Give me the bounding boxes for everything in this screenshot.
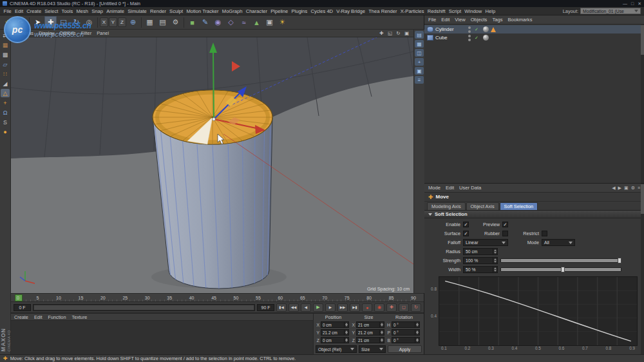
material-menu-create[interactable]: Create	[14, 314, 28, 320]
width-slider[interactable]	[500, 267, 621, 272]
tab-object-axis[interactable]: Object Axis	[466, 202, 499, 210]
zoom-view-icon[interactable]: ◱	[386, 30, 393, 36]
enabled-check-icon[interactable]: ✓	[475, 35, 478, 41]
record-scale-button[interactable]: ◻	[399, 303, 409, 312]
minimize-button[interactable]: —	[623, 1, 627, 6]
stepper-icon[interactable]	[379, 322, 384, 327]
lock-icon[interactable]: ▣	[624, 186, 629, 191]
coordinate-mode-dropdown[interactable]: Object (Rel)	[316, 345, 357, 353]
prev-key-button[interactable]: ◀◀	[289, 303, 299, 312]
object-name[interactable]: Cylinder	[435, 26, 464, 32]
stepper-icon[interactable]	[493, 258, 497, 263]
menu-item-tools[interactable]: Tools	[60, 8, 75, 14]
render-picture-viewer-icon[interactable]: ▤	[156, 16, 169, 28]
restrict-checkbox[interactable]	[542, 231, 547, 236]
menu-item-plugins[interactable]: Plugins	[290, 8, 309, 14]
menu-item-vray-bridge[interactable]: V-Ray Bridge	[335, 8, 367, 14]
menu-item-animate[interactable]: Animate	[105, 8, 126, 14]
record-position-button[interactable]: ✚	[386, 303, 397, 312]
play-button[interactable]: ▶	[313, 303, 323, 312]
structure-panel-icon[interactable]: ▣	[415, 67, 424, 75]
radius-field[interactable]: 50 cm	[463, 248, 498, 255]
stepper-icon[interactable]	[344, 330, 348, 335]
size-mode-dropdown[interactable]: Size	[359, 345, 386, 353]
material-menu-edit[interactable]: Edit	[34, 314, 43, 320]
position-x-field[interactable]: 0 cm	[321, 321, 349, 328]
polygon-selection-tag-icon[interactable]	[491, 27, 496, 32]
menu-icon[interactable]: ≡	[638, 186, 640, 190]
record-keyframe-button[interactable]: ●	[362, 303, 372, 312]
add-generator-icon[interactable]: ◇	[225, 16, 237, 28]
next-frame-button[interactable]: ▶	[325, 303, 336, 312]
autokey-button[interactable]: ◉	[374, 303, 384, 312]
add-primitive-icon[interactable]: ■	[186, 16, 198, 28]
snap-icon[interactable]: Ω	[1, 108, 10, 117]
slider-handle[interactable]	[561, 267, 565, 272]
tab-modeling-axis[interactable]: Modeling Axis	[427, 202, 466, 210]
strength-slider[interactable]	[500, 258, 621, 263]
om-menu-tags[interactable]: Tags	[492, 17, 502, 23]
texture-mode-icon[interactable]: ▩	[1, 50, 10, 59]
record-rotation-button[interactable]: ↻	[411, 303, 421, 312]
object-name[interactable]: Cube	[435, 35, 464, 41]
content-browser-icon[interactable]: ▤	[415, 31, 424, 39]
om-menu-view[interactable]: View	[455, 17, 465, 23]
viewport-solo-icon[interactable]: S	[1, 118, 10, 126]
add-camera-icon[interactable]: ▣	[263, 16, 276, 28]
material-menu-texture[interactable]: Texture	[71, 314, 87, 320]
viewport-canvas[interactable]: Grid Spacing: 10 cm	[11, 37, 413, 293]
timeline-scrollbar-thumb[interactable]	[34, 305, 254, 310]
menu-item-select[interactable]: Select	[43, 8, 60, 14]
viewport-3d-scene[interactable]	[11, 37, 413, 293]
workplane-mode-icon[interactable]: ▱	[1, 60, 10, 68]
enabled-check-icon[interactable]: ✓	[475, 27, 478, 32]
size-y-field[interactable]: 21.2 cm	[356, 329, 384, 336]
menu-item-cycles4d[interactable]: Cycles 4D	[309, 8, 335, 14]
add-subdivision-icon[interactable]: ◉	[212, 16, 224, 28]
stepper-icon[interactable]	[415, 338, 419, 343]
menu-item-xparticles[interactable]: X-Particles	[399, 8, 426, 14]
apply-button[interactable]: Apply	[388, 345, 422, 353]
om-menu-bookmarks[interactable]: Bookmarks	[507, 17, 532, 23]
sculpt-icon[interactable]: ●	[1, 128, 10, 136]
rotate-view-icon[interactable]: ↻	[395, 30, 402, 36]
polygons-mode-icon[interactable]: △	[1, 89, 10, 97]
viewport-menu-panel[interactable]: Panel	[97, 30, 109, 36]
menu-item-character[interactable]: Character	[244, 8, 269, 14]
add-spline-icon[interactable]: ✎	[199, 16, 211, 28]
rotation-p-field[interactable]: 0 °	[392, 329, 420, 336]
goto-start-button[interactable]: ▮◀	[276, 303, 287, 312]
layout-dropdown[interactable]: Modification_01 (Use	[580, 8, 641, 14]
menu-item-redshift[interactable]: Redshift	[426, 8, 447, 14]
coordinates-panel-icon[interactable]: +	[415, 58, 424, 66]
menu-item-window[interactable]: Window	[463, 8, 484, 14]
enable-axis-icon[interactable]: +	[1, 99, 10, 107]
am-menu-edit[interactable]: Edit	[446, 185, 454, 191]
coordinate-system-icon[interactable]: ⊕	[127, 16, 139, 28]
menu-item-sculpt[interactable]: Sculpt	[168, 8, 185, 14]
stepper-icon[interactable]	[493, 249, 497, 254]
object-manager-icon[interactable]: ▦	[415, 40, 424, 48]
stepper-icon[interactable]	[493, 267, 497, 272]
falloff-curve-plot[interactable]	[439, 276, 638, 346]
menu-item-script[interactable]: Script	[447, 8, 463, 14]
lock-x-axis-icon[interactable]: X	[100, 17, 108, 27]
phong-tag-icon[interactable]	[483, 26, 489, 32]
add-light-icon[interactable]: ☀	[276, 16, 289, 28]
end-frame-input[interactable]: 90 F	[257, 304, 274, 311]
material-list-area[interactable]	[11, 321, 313, 354]
lock-y-axis-icon[interactable]: Y	[109, 17, 117, 27]
goto-end-button[interactable]: ▶▮	[350, 303, 360, 312]
stepper-icon[interactable]	[415, 330, 419, 335]
menu-item-render[interactable]: Render	[148, 8, 167, 14]
attribute-manager-scrollbar[interactable]	[641, 184, 644, 354]
edges-mode-icon[interactable]: ◢	[1, 79, 10, 88]
menu-item-file[interactable]: File	[2, 8, 13, 14]
render-view-icon[interactable]: ▦	[144, 16, 156, 28]
om-menu-objects[interactable]: Objects	[471, 17, 488, 23]
tab-soft-selection[interactable]: Soft Selection	[500, 202, 538, 210]
object-list[interactable]: Cylinder ✓ Cube ✓	[424, 24, 644, 183]
menu-item-motion-tracker[interactable]: Motion Tracker	[185, 8, 220, 14]
object-row-cylinder[interactable]: Cylinder ✓	[424, 25, 644, 33]
maximize-button[interactable]: □	[631, 1, 634, 6]
